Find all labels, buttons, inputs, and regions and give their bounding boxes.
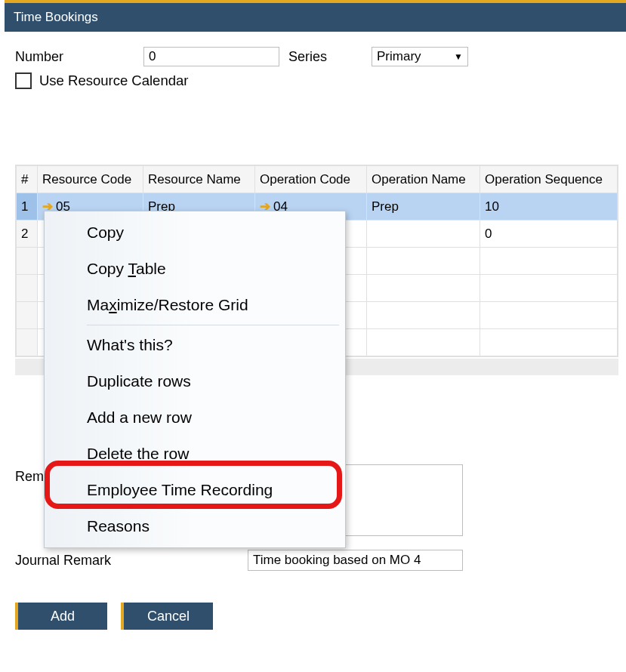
col-header-operation-name[interactable]: Operation Name — [367, 166, 480, 193]
grid-header-row: # Resource Code Resource Name Operation … — [17, 166, 618, 193]
row-number: 2 — [17, 220, 38, 248]
series-label: Series — [288, 49, 372, 65]
window-titlebar: Time Bookings — [5, 3, 626, 32]
button-row: Add Cancel — [15, 603, 618, 630]
use-resource-calendar-row: Use Resource Calendar — [15, 72, 618, 89]
use-resource-calendar-checkbox[interactable] — [15, 72, 32, 89]
menu-item-whats-this[interactable]: What's this? — [45, 327, 345, 363]
menu-item-delete-row[interactable]: Delete the row — [45, 436, 345, 472]
col-header-resource-name[interactable]: Resource Name — [143, 166, 255, 193]
menu-item-employee-time-recording[interactable]: Employee Time Recording — [45, 472, 345, 508]
number-input[interactable] — [143, 47, 279, 66]
series-select[interactable]: Primary ▼ — [372, 47, 468, 66]
window-title: Time Bookings — [14, 10, 98, 25]
cell-operation-sequence[interactable]: 10 — [480, 193, 618, 220]
journal-remark-label: Journal Remark — [15, 553, 248, 569]
col-header-resource-code[interactable]: Resource Code — [38, 166, 143, 193]
menu-item-duplicate-rows[interactable]: Duplicate rows — [45, 363, 345, 399]
row-number: 1 — [17, 193, 38, 220]
cell-operation-name[interactable]: Prep — [367, 193, 480, 220]
col-header-operation-code[interactable]: Operation Code — [255, 166, 367, 193]
journal-remark-input[interactable] — [248, 550, 463, 571]
menu-item-copy[interactable]: Copy — [45, 214, 345, 251]
form-row-number-series: Number Series Primary ▼ — [15, 47, 618, 66]
menu-item-maximize-restore[interactable]: Maximize/Restore Grid — [45, 287, 345, 323]
menu-item-add-row[interactable]: Add a new row — [45, 399, 345, 436]
series-value: Primary — [377, 49, 421, 64]
cell-operation-name[interactable] — [367, 220, 480, 248]
menu-item-reasons[interactable]: Reasons — [45, 508, 345, 544]
number-label: Number — [15, 49, 143, 65]
menu-separator — [87, 325, 339, 325]
col-header-operation-sequence[interactable]: Operation Sequence — [480, 166, 618, 193]
add-button[interactable]: Add — [15, 603, 107, 630]
cancel-button[interactable]: Cancel — [121, 603, 213, 630]
col-header-num[interactable]: # — [17, 166, 38, 193]
menu-item-copy-table[interactable]: Copy Table — [45, 251, 345, 287]
chevron-down-icon: ▼ — [454, 51, 463, 62]
journal-row: Journal Remark — [15, 550, 618, 571]
use-resource-calendar-label: Use Resource Calendar — [39, 72, 188, 89]
cell-operation-sequence[interactable]: 0 — [480, 220, 618, 248]
context-menu: Copy Copy Table Maximize/Restore Grid Wh… — [44, 211, 346, 548]
